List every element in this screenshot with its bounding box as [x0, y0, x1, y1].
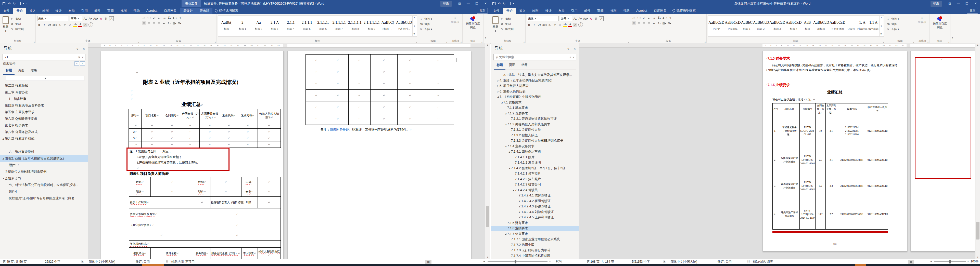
tab-文件[interactable]: 文件: [0, 8, 13, 14]
nav-heading-item[interactable]: ◢7.1.2 资质要求: [491, 111, 579, 116]
perf-empty-cell[interactable]: ↵: [142, 122, 163, 129]
phonetic-guide-icon[interactable]: 拼: [104, 17, 108, 21]
perf-empty-cell[interactable]: ↵: [163, 129, 181, 135]
show-marks-icon[interactable]: ¶: [178, 16, 182, 20]
subscript-icon[interactable]: x₂: [548, 23, 552, 27]
nav-tab-标题[interactable]: 标题: [3, 67, 14, 75]
paste-button[interactable]: 粘贴▾: [1, 15, 10, 39]
table-cell[interactable]: ↵: [258, 197, 281, 208]
tab-Acrobat[interactable]: Acrobat: [143, 8, 161, 14]
shading-fill-icon[interactable]: ▨▾: [662, 21, 667, 25]
italic-icon[interactable]: I: [42, 23, 46, 27]
perf-header-cell[interactable]: 发票代码↵: [220, 109, 238, 122]
superscript-icon[interactable]: x²: [63, 23, 67, 27]
tab-插入[interactable]: 插入: [26, 8, 39, 14]
style-item[interactable]: AaBbCcDd不明显强调: [830, 16, 845, 36]
perf-empty-cell[interactable]: ↵: [258, 129, 281, 135]
perf-empty-cell[interactable]: ↵: [200, 122, 220, 129]
perf-empty-cell[interactable]: ↵: [142, 135, 163, 141]
zoom-slider-right[interactable]: [934, 261, 966, 262]
bold-icon[interactable]: B: [527, 23, 531, 27]
cut-button[interactable]: ✂剪切: [500, 17, 514, 21]
continuation-cell[interactable]: ↵: [306, 113, 327, 125]
continuation-cell[interactable]: ↵: [423, 66, 454, 78]
tab-Acrobat[interactable]: Acrobat: [633, 8, 651, 14]
perf-empty-cell[interactable]: ↵: [142, 141, 163, 148]
continuation-cell[interactable]: ↵: [348, 78, 371, 90]
perf-data-cell[interactable]: 2421200000009523341: [837, 147, 867, 173]
tab-开始[interactable]: 开始: [503, 8, 516, 14]
collapse-triangle-icon[interactable]: ◢: [512, 189, 515, 192]
tab-文件[interactable]: 文件: [490, 8, 503, 14]
shrink-font-icon[interactable]: A▾: [88, 17, 92, 21]
find-button[interactable]: ⌕查找 ▾: [419, 17, 432, 21]
tab-审阅[interactable]: 审阅: [594, 8, 607, 14]
zoom-in-left[interactable]: +: [549, 260, 551, 263]
horizontal-ruler-left[interactable]: 8642246810121416182022242628303234363840…: [88, 43, 490, 48]
table-cell[interactable]: 资格证书编号及专业↵: [129, 208, 194, 220]
resume-project-header[interactable]: 本人职责↵: [242, 248, 258, 259]
dialog-launcher-icon[interactable]: ⌟: [33, 40, 35, 43]
dialog-launcher-icon[interactable]: ⌟: [705, 40, 706, 43]
select-button[interactable]: ⇱选择 ▾: [419, 27, 432, 31]
nav-heading-item[interactable]: 第七章 报价要求: [0, 122, 88, 129]
collapse-triangle-icon[interactable]: ◢: [504, 145, 507, 147]
shading-fill-icon[interactable]: ▨▾: [172, 21, 177, 25]
nav-heading-item[interactable]: ◢7.1.3 关键岗位人员和队伍要求: [491, 122, 579, 127]
line-spacing-icon[interactable]: ⇕≡: [167, 21, 171, 25]
perf-data-cell[interactable]: LHYT-LSYQKJ-S-2024-CL-1064: [800, 147, 816, 173]
perf-row-label[interactable]: 1↵: [129, 122, 142, 129]
nav-heading-item[interactable]: 7.1.4.2.4.2 崔阳驾驶证: [491, 198, 579, 204]
search-clear-icon[interactable]: ✕: [78, 56, 80, 59]
perf-header-cell[interactable]: 发票号码↵: [238, 109, 258, 122]
tab-绘图[interactable]: 绘图: [39, 8, 52, 14]
style-item[interactable]: AaBbCcD↵表内列...: [396, 16, 412, 36]
web-layout-icon[interactable]: ▧: [425, 260, 431, 264]
collapse-triangle-icon[interactable]: ◢: [508, 150, 511, 153]
style-item[interactable]: AaBbCcD副标题: [813, 16, 829, 36]
style-item[interactable]: 2.1.1.1标题 5: [299, 16, 315, 36]
perf-header-cell[interactable]: 发票号码: [837, 103, 867, 115]
collapse-triangle-icon[interactable]: ◢: [500, 101, 503, 104]
nav-heading-item[interactable]: ◢第九章 投标文件格式: [0, 135, 88, 142]
nav-search-box[interactable]: ✕ ∨: [3, 54, 86, 60]
zoom-out-left[interactable]: −: [483, 260, 485, 263]
asian-layout-icon[interactable]: A̋▾: [657, 16, 662, 20]
style-item[interactable]: ——分隔符: [846, 16, 857, 36]
line-spacing-icon[interactable]: ⇕≡: [657, 21, 661, 25]
perf-data-cell[interactable]: 管杆修复服务（管杆清洗收送）: [779, 115, 800, 147]
style-item[interactable]: 2.1.1标题 4: [283, 16, 299, 36]
perf-data-cell[interactable]: 7.7: [826, 199, 837, 230]
page-indicator-right[interactable]: 第 168 页, 共 184 页: [587, 260, 614, 264]
dialog-launcher-icon[interactable]: ⌟: [948, 40, 950, 43]
align-right-icon[interactable]: ☰: [152, 21, 156, 25]
perf-empty-cell[interactable]: ↵: [181, 141, 200, 148]
continuation-cell[interactable]: ↵: [371, 54, 398, 66]
nav-heading-item[interactable]: 7.1.7.1 国家企业信用信息公示系统: [491, 237, 579, 242]
zoom-level-left[interactable]: 90%: [556, 260, 562, 263]
nav-tab-结果[interactable]: 结果: [519, 62, 530, 70]
perf-empty-cell[interactable]: ↵: [238, 122, 258, 129]
qat-customize-icon[interactable]: ⸱̄: [26, 2, 27, 5]
text-effects-icon[interactable]: A: [558, 23, 562, 27]
search-dropdown-icon[interactable]: ∨: [82, 56, 84, 59]
nav-close-icon[interactable]: ✕: [83, 48, 85, 51]
tab-布局[interactable]: 布局: [555, 8, 568, 14]
word-count-right[interactable]: 5/21153 个字: [632, 260, 650, 264]
perf-header-cell[interactable]: 合同金额（万元）: [816, 103, 826, 115]
clear-format-icon[interactable]: A: [589, 17, 593, 21]
perf-empty-cell[interactable]: ↵: [142, 129, 163, 135]
perf-header-cell[interactable]: 合同金额（万元）↵: [181, 109, 200, 122]
gallery-up-icon[interactable]: ▲: [414, 17, 415, 19]
align-left-icon[interactable]: ☰: [632, 21, 636, 25]
nav-heading-item[interactable]: ◢合规承诺书: [0, 175, 88, 182]
search-magnifier-icon[interactable]: ⌕: [570, 55, 571, 59]
perf-data-cell[interactable]: 兴隆台采油厂管杆倒运服务: [779, 147, 800, 173]
nav-heading-item[interactable]: 7.1.4.2.4.3 孙强驾驶证: [491, 204, 579, 209]
perf-data-cell[interactable]: LHYT-SGCTC-2023-CL-015: [800, 115, 816, 147]
next-result-icon[interactable]: ∨: [80, 62, 85, 66]
resume-project-header[interactable]: 项目名称↵: [151, 248, 194, 259]
table-cell[interactable]: ↵: [151, 177, 194, 187]
tab-视图[interactable]: 视图: [117, 8, 130, 14]
ribbon-display-options-icon[interactable]: ⊡: [455, 0, 464, 7]
